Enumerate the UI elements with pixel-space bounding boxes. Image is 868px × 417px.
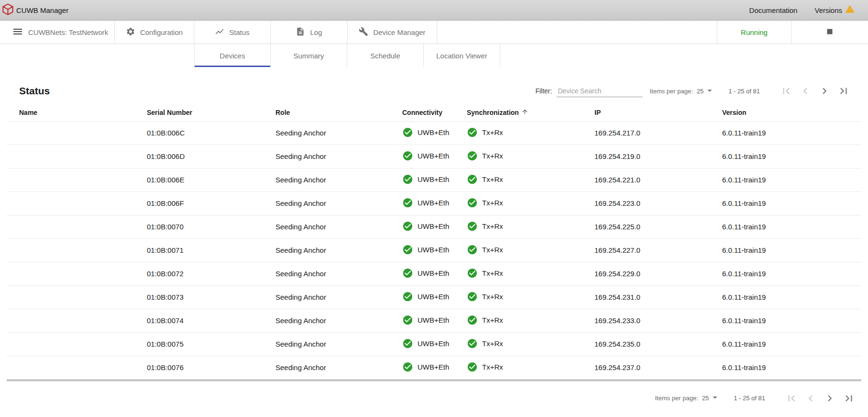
cell-name bbox=[7, 262, 147, 285]
cell-role: Seeding Anchor bbox=[275, 168, 402, 192]
cell-serial-number: 01:0B:0072 bbox=[147, 262, 275, 285]
cell-connectivity: UWB+Eth bbox=[402, 145, 467, 168]
table-row[interactable]: 01:0B:006F Seeding Anchor UWB+Eth Tx+Rx … bbox=[7, 192, 861, 215]
check-circle-icon bbox=[467, 150, 478, 161]
cell-version: 6.0.11-train19 bbox=[722, 215, 861, 238]
check-circle-icon bbox=[467, 127, 478, 138]
paginator-range: 1 - 25 of 81 bbox=[728, 88, 760, 95]
cell-role: Seeding Anchor bbox=[275, 145, 402, 168]
table-row[interactable]: 01:0B:0075 Seeding Anchor UWB+Eth Tx+Rx … bbox=[7, 332, 861, 356]
table-row[interactable]: 01:0B:0073 Seeding Anchor UWB+Eth Tx+Rx … bbox=[7, 285, 861, 309]
page-title: Status bbox=[19, 85, 50, 97]
column-header-connectivity[interactable]: Connectivity bbox=[402, 104, 467, 121]
versions-label: Versions bbox=[814, 6, 842, 14]
table-row[interactable]: 01:0B:0076 Seeding Anchor UWB+Eth Tx+Rx … bbox=[7, 356, 861, 379]
titlebar-links: Documentation Versions bbox=[749, 4, 855, 16]
paginator-nav bbox=[785, 392, 855, 405]
last-page-button[interactable] bbox=[843, 392, 855, 405]
column-header-name[interactable]: Name bbox=[7, 104, 147, 121]
cell-ip: 169.254.217.0 bbox=[594, 121, 722, 145]
column-header-synchronization[interactable]: Synchronization bbox=[467, 104, 594, 121]
toolbar-item-status[interactable]: Status bbox=[194, 21, 271, 44]
cell-name bbox=[7, 215, 147, 238]
last-page-button[interactable] bbox=[837, 85, 850, 97]
status-header-row: Status Filter: Items per page: 25 1 - 25… bbox=[0, 78, 868, 104]
table-row[interactable]: 01:0B:006E Seeding Anchor UWB+Eth Tx+Rx … bbox=[7, 168, 861, 192]
documentation-link[interactable]: Documentation bbox=[749, 6, 798, 14]
cell-serial-number: 01:0B:0075 bbox=[147, 332, 275, 356]
cell-version: 6.0.11-train19 bbox=[722, 238, 861, 262]
previous-page-button[interactable] bbox=[799, 85, 812, 97]
toolbar-item-configuration[interactable]: Configuration bbox=[115, 21, 194, 44]
stop-network-button[interactable] bbox=[791, 21, 868, 44]
toolbar-item-label: Configuration bbox=[140, 28, 183, 36]
sort-ascending-icon bbox=[521, 108, 528, 117]
table-bottom-border bbox=[7, 380, 861, 381]
status-subtab-bar: Devices Summary Schedule Location Viewer bbox=[0, 44, 868, 67]
warning-icon bbox=[845, 4, 855, 16]
table-body: 01:0B:006C Seeding Anchor UWB+Eth Tx+Rx … bbox=[7, 121, 861, 379]
first-page-button[interactable] bbox=[780, 85, 792, 97]
devices-table-container: Name Serial Number Role Connectivity Syn… bbox=[7, 104, 861, 380]
column-header-version[interactable]: Version bbox=[722, 104, 861, 121]
items-per-page-select[interactable]: Items per page: 25 bbox=[649, 85, 715, 97]
cell-role: Seeding Anchor bbox=[275, 192, 402, 215]
next-page-button[interactable] bbox=[818, 85, 831, 97]
cell-connectivity: UWB+Eth bbox=[402, 356, 467, 379]
titlebar: CUWB Manager Documentation Versions bbox=[0, 0, 868, 21]
items-per-page-select[interactable]: Items per page: 25 bbox=[655, 392, 720, 404]
cell-role: Seeding Anchor bbox=[275, 356, 402, 379]
chevron-down-icon bbox=[709, 392, 720, 404]
cell-serial-number: 01:0B:0074 bbox=[147, 309, 275, 332]
cell-synchronization: Tx+Rx bbox=[467, 285, 594, 309]
cell-ip: 169.254.221.0 bbox=[594, 168, 722, 192]
cell-serial-number: 01:0B:0070 bbox=[147, 215, 275, 238]
paginator-nav bbox=[780, 85, 850, 97]
column-header-ip[interactable]: IP bbox=[594, 104, 722, 121]
cell-ip: 169.254.227.0 bbox=[594, 238, 722, 262]
tab-devices[interactable]: Devices bbox=[194, 44, 271, 67]
table-row[interactable]: 01:0B:0072 Seeding Anchor UWB+Eth Tx+Rx … bbox=[7, 262, 861, 285]
cell-synchronization: Tx+Rx bbox=[467, 121, 594, 145]
column-header-serial-number[interactable]: Serial Number bbox=[147, 104, 275, 121]
previous-page-button[interactable] bbox=[804, 392, 817, 405]
cell-connectivity: UWB+Eth bbox=[402, 121, 467, 145]
cell-role: Seeding Anchor bbox=[275, 285, 402, 309]
cell-role: Seeding Anchor bbox=[275, 262, 402, 285]
cell-name bbox=[7, 285, 147, 309]
tab-summary[interactable]: Summary bbox=[271, 44, 347, 67]
main-toolbar: CUWBNets: TestNetwork Configuration Stat… bbox=[0, 21, 868, 44]
network-selector[interactable]: CUWBNets: TestNetwork bbox=[0, 21, 115, 44]
versions-link[interactable]: Versions bbox=[814, 4, 855, 16]
table-row[interactable]: 01:0B:006C Seeding Anchor UWB+Eth Tx+Rx … bbox=[7, 121, 861, 145]
table-header: Name Serial Number Role Connectivity Syn… bbox=[7, 104, 861, 121]
cell-connectivity: UWB+Eth bbox=[402, 285, 467, 309]
table-row[interactable]: 01:0B:0071 Seeding Anchor UWB+Eth Tx+Rx … bbox=[7, 238, 861, 262]
chevron-down-icon bbox=[703, 85, 715, 97]
tab-schedule[interactable]: Schedule bbox=[347, 44, 424, 67]
next-page-button[interactable] bbox=[824, 392, 836, 405]
device-search-input[interactable] bbox=[557, 85, 643, 97]
first-page-button[interactable] bbox=[785, 392, 798, 405]
cell-role: Seeding Anchor bbox=[275, 121, 402, 145]
toolbar-item-log[interactable]: Log bbox=[271, 21, 348, 44]
cell-synchronization: Tx+Rx bbox=[467, 309, 594, 332]
table-row[interactable]: 01:0B:006D Seeding Anchor UWB+Eth Tx+Rx … bbox=[7, 145, 861, 168]
document-icon bbox=[296, 27, 305, 38]
cell-connectivity: UWB+Eth bbox=[402, 262, 467, 285]
cell-connectivity: UWB+Eth bbox=[402, 332, 467, 356]
table-row[interactable]: 01:0B:0070 Seeding Anchor UWB+Eth Tx+Rx … bbox=[7, 215, 861, 238]
cell-version: 6.0.11-train19 bbox=[722, 285, 861, 309]
check-circle-icon bbox=[402, 244, 413, 255]
cell-serial-number: 01:0B:006F bbox=[147, 192, 275, 215]
toolbar-item-device-manager[interactable]: Device Manager bbox=[348, 21, 437, 44]
menu-icon bbox=[12, 26, 23, 39]
cell-name bbox=[7, 238, 147, 262]
chart-icon bbox=[215, 27, 224, 38]
column-header-role[interactable]: Role bbox=[275, 104, 402, 121]
items-per-page-label: Items per page: bbox=[655, 394, 698, 402]
cell-serial-number: 01:0B:006C bbox=[147, 121, 275, 145]
table-row[interactable]: 01:0B:0074 Seeding Anchor UWB+Eth Tx+Rx … bbox=[7, 309, 861, 332]
tab-location-viewer[interactable]: Location Viewer bbox=[424, 44, 500, 67]
check-circle-icon bbox=[402, 127, 413, 138]
